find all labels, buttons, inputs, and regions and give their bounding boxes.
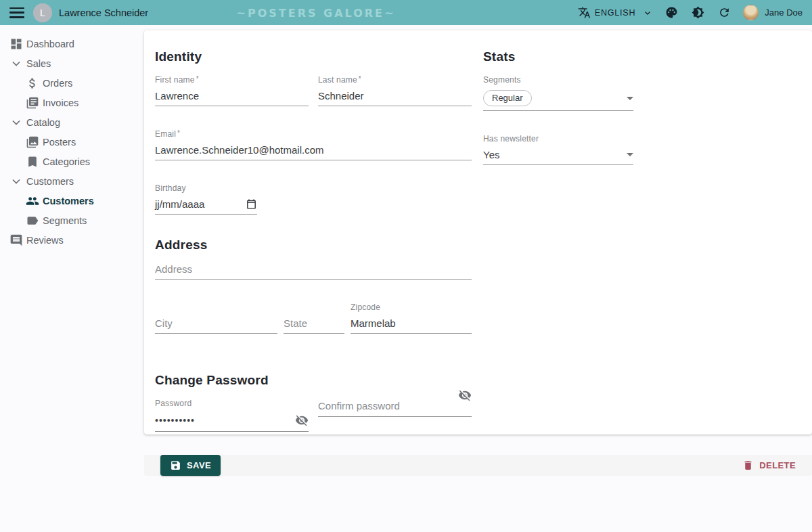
- state-field: [284, 317, 344, 334]
- customer-edit-card: Identity First name* Last name* Email*: [144, 30, 812, 435]
- page-title: Lawrence Schneider: [59, 7, 148, 18]
- confirm-password-field: [318, 399, 472, 432]
- dark-mode-icon: [692, 6, 704, 19]
- zipcode-input[interactable]: [351, 317, 472, 329]
- refresh-icon: [718, 6, 731, 19]
- sidebar-item-label: Orders: [43, 78, 72, 89]
- chevron-down-icon: [9, 57, 23, 70]
- has-newsletter-field: Has newsletter Yes: [483, 134, 633, 165]
- last-name-input[interactable]: [318, 90, 472, 102]
- email-field: Email*: [155, 129, 472, 160]
- theme-palette-button[interactable]: [665, 6, 678, 19]
- dropdown-arrow-icon: [627, 97, 633, 100]
- refresh-button[interactable]: [718, 6, 731, 19]
- segments-select[interactable]: Regular: [483, 90, 633, 111]
- visibility-off-icon[interactable]: [295, 414, 309, 427]
- app-logo: ~POSTERS GALORE~: [237, 6, 396, 19]
- city-field: [155, 317, 277, 334]
- sidebar-item-label: Reviews: [26, 235, 64, 246]
- address-input[interactable]: [155, 263, 472, 275]
- dashboard-icon: [9, 37, 23, 51]
- sidebar-group-sales[interactable]: Sales: [0, 53, 144, 73]
- birthday-input[interactable]: jj/mm/aaaa: [155, 198, 257, 215]
- sidebar-item-label: Customers: [43, 196, 94, 206]
- password-input[interactable]: [155, 415, 295, 426]
- section-heading-change-password: Change Password: [155, 373, 472, 388]
- state-input[interactable]: [284, 317, 344, 329]
- email-label: Email*: [155, 129, 472, 139]
- dollar-icon: [26, 76, 39, 90]
- locale-switcher[interactable]: ENGLISH: [578, 6, 652, 19]
- appbar-actions: ENGLISH Jane Doe: [578, 5, 803, 20]
- record-avatar: L: [33, 3, 52, 22]
- birthday-field: Birthday jj/mm/aaaa: [155, 183, 257, 215]
- sidebar: Dashboard Sales Orders Invoices Catalog …: [0, 25, 144, 250]
- user-avatar: [743, 5, 759, 20]
- sidebar-item-customers[interactable]: Customers: [0, 191, 144, 210]
- image-icon: [26, 135, 39, 149]
- user-menu[interactable]: Jane Doe: [743, 5, 803, 20]
- email-input[interactable]: [155, 144, 472, 156]
- first-name-input[interactable]: [155, 90, 309, 102]
- section-heading-stats: Stats: [483, 49, 633, 64]
- dark-mode-toggle-button[interactable]: [692, 6, 704, 19]
- people-icon: [26, 194, 39, 208]
- comment-icon: [9, 234, 23, 247]
- sidebar-item-label: Categories: [43, 156, 90, 167]
- locale-label: ENGLISH: [595, 8, 635, 18]
- section-heading-address: Address: [155, 238, 472, 252]
- calendar-icon[interactable]: [246, 198, 257, 210]
- sidebar-group-label: Customers: [26, 176, 74, 187]
- appbar: L Lawrence Schneider ~POSTERS GALORE~ EN…: [0, 0, 812, 25]
- sidebar-group-catalog[interactable]: Catalog: [0, 112, 144, 132]
- label-icon: [26, 214, 39, 227]
- last-name-label: Last name*: [318, 75, 472, 85]
- first-name-label: First name*: [155, 75, 309, 85]
- sidebar-group-customers[interactable]: Customers: [0, 171, 144, 191]
- sidebar-item-reviews[interactable]: Reviews: [0, 230, 144, 250]
- confirm-password-input[interactable]: [318, 400, 458, 412]
- visibility-off-icon[interactable]: [458, 389, 472, 402]
- dropdown-arrow-icon: [627, 153, 633, 156]
- save-icon: [170, 460, 181, 471]
- palette-icon: [665, 6, 678, 19]
- sidebar-item-orders[interactable]: Orders: [0, 73, 144, 93]
- sidebar-item-segments[interactable]: Segments: [0, 210, 144, 230]
- section-heading-identity: Identity: [155, 49, 472, 64]
- sidebar-item-label: Dashboard: [26, 39, 74, 49]
- sidebar-item-dashboard[interactable]: Dashboard: [0, 34, 144, 53]
- chevron-down-icon: [9, 175, 23, 188]
- sidebar-item-label: Invoices: [43, 97, 78, 108]
- password-label: Password: [155, 399, 309, 408]
- sidebar-item-label: Segments: [43, 215, 87, 226]
- has-newsletter-select[interactable]: Yes: [483, 149, 633, 165]
- hamburger-menu-icon[interactable]: [9, 7, 24, 18]
- trash-icon: [742, 460, 754, 471]
- record-avatar-letter: L: [40, 7, 45, 18]
- zipcode-label: Zipcode: [351, 303, 472, 312]
- sidebar-item-invoices[interactable]: Invoices: [0, 93, 144, 112]
- delete-button[interactable]: DELETE: [742, 460, 796, 471]
- last-name-field: Last name*: [318, 75, 472, 106]
- sidebar-item-categories[interactable]: Categories: [0, 152, 144, 171]
- has-newsletter-label: Has newsletter: [483, 134, 633, 143]
- first-name-field: First name*: [155, 75, 309, 106]
- address-field: [155, 263, 472, 280]
- user-name: Jane Doe: [765, 7, 803, 18]
- segments-label: Segments: [483, 75, 633, 85]
- segment-chip: Regular: [483, 90, 532, 106]
- sidebar-item-posters[interactable]: Posters: [0, 132, 144, 152]
- invoices-icon: [26, 96, 39, 110]
- sidebar-group-label: Sales: [26, 58, 51, 69]
- save-button[interactable]: SAVE: [160, 455, 221, 476]
- city-input[interactable]: [155, 317, 277, 329]
- bookmark-icon: [26, 155, 39, 169]
- translate-icon: [578, 6, 591, 19]
- segments-field: Segments Regular: [483, 75, 633, 111]
- form-toolbar: SAVE DELETE: [144, 455, 812, 476]
- birthday-label: Birthday: [155, 183, 257, 193]
- chevron-down-icon: [9, 116, 23, 129]
- sidebar-group-label: Catalog: [26, 117, 60, 128]
- password-field: Password: [155, 399, 309, 432]
- zipcode-field: Zipcode: [351, 303, 472, 334]
